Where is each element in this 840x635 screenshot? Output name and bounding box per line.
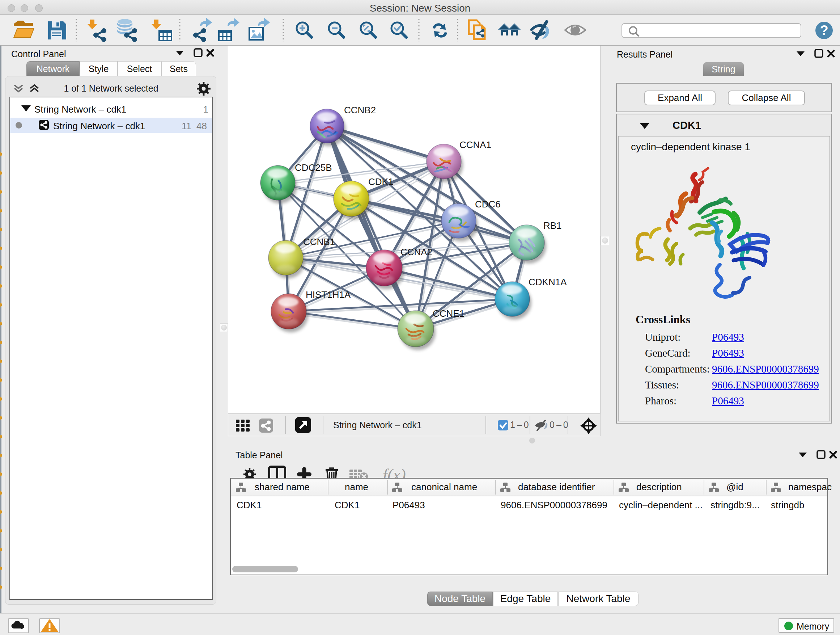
svg-text:HIST1H1A: HIST1H1A (306, 289, 351, 300)
svg-text:1 – 0: 1 – 0 (510, 420, 529, 430)
svg-text:CCNB2: CCNB2 (344, 105, 376, 116)
svg-text:String Network – cdk1: String Network – cdk1 (333, 420, 422, 430)
svg-text:CCNA1: CCNA1 (459, 139, 491, 150)
svg-text:RB1: RB1 (543, 220, 562, 231)
svg-text:CCNE1: CCNE1 (433, 308, 464, 319)
svg-text:?: ? (820, 23, 828, 38)
svg-text:CDC25B: CDC25B (295, 162, 332, 173)
svg-text:CCNA2: CCNA2 (401, 247, 432, 257)
svg-text:CCNB1: CCNB1 (303, 236, 335, 247)
svg-text:CDC6: CDC6 (475, 199, 501, 210)
svg-text:CDKN1A: CDKN1A (529, 277, 567, 287)
svg-text:CDK1: CDK1 (368, 176, 393, 187)
svg-text:0 – 0: 0 – 0 (549, 420, 568, 430)
